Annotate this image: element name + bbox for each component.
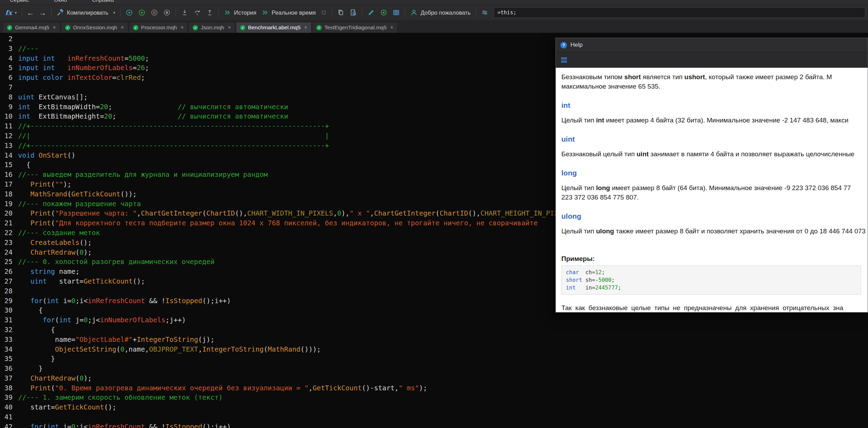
tab-onnxsession-mqh[interactable]: ✓OnnxSession.mqh× — [61, 22, 128, 33]
tab-label: BenchmarkLabel.mq5 — [248, 24, 301, 31]
help-heading: ulong — [561, 212, 868, 221]
tab-label: Json.mqh — [201, 24, 224, 31]
help-icon: ? — [560, 42, 567, 48]
close-icon[interactable]: × — [228, 24, 231, 31]
step-out-button[interactable] — [203, 6, 216, 19]
search-input[interactable] — [494, 7, 865, 18]
close-icon[interactable]: × — [53, 24, 56, 31]
debug-start-button[interactable] — [123, 6, 136, 19]
copy-button[interactable] — [335, 6, 347, 19]
line-number: 23 — [0, 238, 18, 248]
tab-gemma4-mq5[interactable]: ✓Gemma4.mq5× — [3, 22, 60, 33]
code-line: 36 } — [0, 364, 868, 374]
line-number: 17 — [0, 180, 18, 189]
line-number: 14 — [0, 151, 18, 160]
sliders-icon — [481, 9, 489, 16]
close-icon[interactable]: × — [390, 24, 393, 31]
mql-file-icon: ✓ — [193, 25, 198, 30]
history-label: История — [234, 9, 256, 16]
help-heading: uint — [561, 135, 868, 144]
code-line: 39//--- 1. замерим скорость обновление м… — [0, 393, 868, 403]
help-text-line: Целый тип ulong также имеет размер 8 бай… — [561, 226, 868, 236]
close-icon[interactable]: × — [180, 24, 184, 31]
menu-bar-items: СервисОкноСправка — [10, 0, 114, 4]
help-text-line: Целый тип int имеет размер 4 байта (32 б… — [561, 115, 868, 125]
play-circle-teal-icon — [125, 9, 133, 16]
metaeditor-window: СервисОкноСправка fx ▾ ← → Компилировать… — [0, 0, 868, 428]
help-toolbar — [556, 52, 868, 68]
toolbar-separator — [476, 8, 476, 17]
back-button[interactable]: ← — [24, 6, 37, 19]
close-icon[interactable]: × — [304, 24, 307, 31]
line-number: 12 — [0, 131, 18, 141]
menu-item-2[interactable]: Справка — [92, 0, 114, 4]
realtime-indicator-button[interactable] — [318, 6, 329, 19]
line-number: 4 — [0, 54, 18, 63]
code-line: 41 — [0, 412, 868, 422]
marker-pen-icon — [367, 9, 375, 16]
toolbar-separator — [120, 8, 121, 17]
mql-file-icon: ✓ — [7, 25, 12, 30]
line-number: 13 — [0, 141, 18, 151]
tab-processor-mqh[interactable]: ✓Processor.mqh× — [129, 22, 188, 33]
history-button[interactable]: История — [221, 6, 259, 19]
step-out-icon — [206, 9, 214, 16]
code-line: 32 { — [0, 325, 868, 335]
pause-button[interactable] — [148, 6, 161, 19]
menu-icon[interactable] — [561, 58, 567, 62]
help-text-line: Целый тип long имеет размер 8 байт (64 б… — [561, 183, 868, 193]
compile-dropdown[interactable]: ▾ — [111, 6, 118, 19]
code-line: 33 name="ObjectLabel#"+IntegerToString(j… — [0, 335, 868, 345]
tab-benchmarklabel-mq5[interactable]: ✓BenchmarkLabel.mq5× — [236, 22, 312, 33]
line-number: 24 — [0, 248, 18, 257]
tab-json-mqh[interactable]: ✓Json.mqh× — [189, 22, 235, 33]
stop-circle-icon — [163, 9, 171, 16]
line-number: 6 — [0, 73, 18, 83]
line-number: 18 — [0, 189, 18, 199]
mql-file-icon: ✓ — [133, 25, 138, 30]
line-number: 33 — [0, 335, 18, 345]
realtime-label: Реальное время — [272, 9, 316, 16]
run-button[interactable] — [136, 6, 148, 19]
close-icon[interactable]: × — [121, 24, 124, 31]
code-editor[interactable]: 23//---4input int inRefreshCount=5000;5i… — [0, 33, 868, 428]
double-chevron-icon — [261, 9, 269, 16]
line-number: 16 — [0, 170, 18, 180]
help-heading: int — [561, 101, 868, 110]
line-number: 2 — [0, 34, 18, 44]
help-title-bar: ? Help — [556, 38, 868, 52]
forward-button[interactable]: → — [37, 6, 49, 19]
line-number: 40 — [0, 403, 18, 412]
mql-file-icon: ✓ — [65, 25, 70, 30]
step-into-button[interactable] — [178, 6, 191, 19]
code-line: 34 ObjectSetString(0,name,OBJPROP_TEXT,I… — [0, 345, 868, 354]
stop-button[interactable] — [161, 6, 173, 19]
marker-button[interactable] — [365, 6, 377, 19]
search-filter-button[interactable] — [478, 6, 491, 19]
tab-label: Processor.mqh — [141, 24, 177, 31]
welcome-button[interactable]: Добро пожаловать — [408, 6, 473, 19]
menu-item-1[interactable]: Окно — [54, 0, 67, 4]
line-number: 25 — [0, 257, 18, 267]
chevron-down-icon: ▾ — [113, 10, 115, 15]
tab-testeigentridiagonal-mq5[interactable]: ✓TestEigenTridiagonal.mq5× — [312, 22, 398, 33]
toolbar-separator — [218, 8, 219, 17]
help-content: Беззнаковым типом short является тип ush… — [556, 68, 868, 312]
realtime-button[interactable]: Реальное время — [259, 6, 318, 19]
compile-button[interactable]: Компилировать — [54, 6, 111, 19]
calculator-button[interactable] — [390, 6, 402, 19]
search-in-files-button[interactable] — [347, 6, 360, 19]
toolbar-separator — [405, 8, 405, 17]
profiler-button[interactable] — [377, 6, 390, 19]
line-number: 7 — [0, 83, 18, 92]
tab-label: OnnxSession.mqh — [73, 24, 117, 31]
step-over-button[interactable] — [191, 6, 203, 19]
line-number: 26 — [0, 267, 18, 277]
menu-bar: СервисОкноСправка — [0, 0, 868, 5]
line-number: 20 — [0, 209, 18, 218]
menu-item-0[interactable]: Сервис — [10, 0, 29, 4]
help-text-line: Беззнаковым типом short является тип ush… — [561, 72, 868, 82]
fx-button[interactable]: fx ▾ — [3, 6, 19, 19]
line-number: 22 — [0, 228, 18, 238]
target-icon — [380, 9, 387, 16]
